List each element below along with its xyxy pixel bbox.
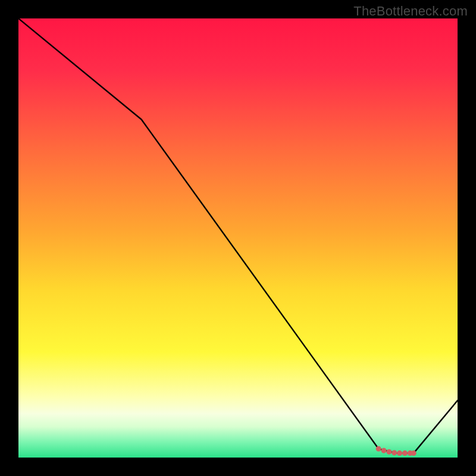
chart-frame: TheBottleneck.com: [0, 0, 476, 476]
data-marker: [376, 446, 381, 452]
data-marker: [381, 448, 387, 453]
gradient-background: [18, 18, 458, 458]
data-marker: [402, 450, 408, 456]
data-marker: [397, 450, 402, 456]
watermark-text: TheBottleneck.com: [353, 4, 468, 19]
data-marker: [392, 450, 397, 455]
chart-svg: [18, 18, 458, 458]
data-marker: [411, 450, 416, 456]
plot-area: [18, 18, 458, 458]
data-marker: [386, 449, 392, 455]
